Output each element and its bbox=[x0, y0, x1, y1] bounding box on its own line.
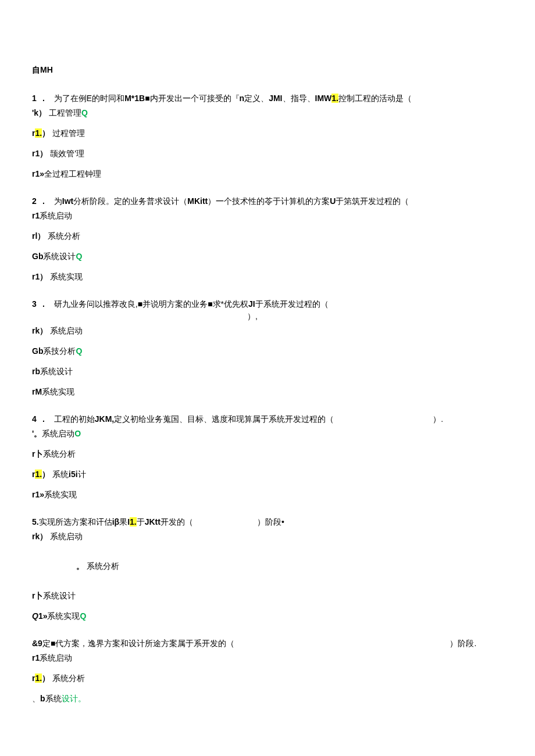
q1-a-text: 工程管理 bbox=[49, 108, 81, 117]
q4-c-post: ） bbox=[42, 470, 50, 479]
q5-txt5: 于 bbox=[137, 517, 145, 526]
q4-b-text: 系统分析 bbox=[43, 449, 76, 458]
q6-opt-b: r1.） 系统分析 bbox=[32, 672, 503, 685]
q4-d-text: 系统实现 bbox=[44, 490, 77, 499]
q2-b-label: rl） bbox=[32, 231, 45, 241]
q4-d-label: r1» bbox=[32, 490, 44, 499]
q3-txt3: 于系统开发过程的（ bbox=[255, 299, 329, 309]
q3-txt2: JI bbox=[248, 299, 255, 309]
q5-d-pre: Q bbox=[32, 611, 38, 621]
q2-opt-d: r1） 系统实现 bbox=[32, 271, 503, 283]
q5-txt2: iβ bbox=[112, 517, 119, 526]
q2-a-label: r1 bbox=[32, 211, 40, 220]
q1-stem: 1 . 为了在例E的时同和M*1B■内开发出一个可接受的『n定义、JMI、指导、… bbox=[32, 92, 503, 105]
q2-d-text: 系统实现 bbox=[50, 272, 83, 281]
q1-c-label: r1） bbox=[32, 149, 48, 158]
q1-b-post: ） bbox=[42, 128, 50, 138]
q4-c-hl: 1. bbox=[35, 470, 42, 479]
q5-hl: 1. bbox=[130, 517, 137, 526]
q4-opt-a: '。系统启动O bbox=[32, 428, 503, 440]
q3-a-text: 系统启动 bbox=[50, 326, 83, 335]
q2-a-text: 系统启动 bbox=[40, 211, 72, 220]
q5-b-label: 。 bbox=[76, 561, 84, 571]
q3-opt-b: Gb系技分析Q bbox=[32, 345, 503, 357]
q5-opt-b: 。 系统分析 bbox=[76, 560, 503, 572]
q5-txt1: 实现所选方案和讦估 bbox=[39, 517, 112, 526]
q1-txt1: 为了在例E的时同和 bbox=[54, 94, 124, 103]
q1-txt2: M*1B bbox=[124, 94, 145, 103]
q2-opt-c: Gb系统设计Q bbox=[32, 250, 503, 263]
q2-txt6: U bbox=[330, 196, 336, 206]
q5-txt3: 果 bbox=[119, 517, 127, 526]
q4-c-text3: 计 bbox=[78, 470, 86, 479]
q4-txt3: 定义初给业务蒐国、目标、逃度和现算属于系统开发过程的（ bbox=[114, 414, 334, 424]
q1-opt-c: r1） 颉效管'理 bbox=[32, 148, 503, 160]
q3-opt-a: rk） 系统启动 bbox=[32, 325, 503, 337]
q4-opt-c: r1.） 系统i5i计 bbox=[32, 468, 503, 481]
q2-txt1: 为 bbox=[54, 196, 62, 206]
q3-d-label: rM bbox=[32, 387, 42, 396]
q6-a-label: r1 bbox=[32, 653, 40, 662]
q1-c-text: 颉效管'理 bbox=[50, 149, 84, 158]
q1-a-label: 'k） bbox=[32, 108, 47, 117]
q5-opt-a: rk） 系统启动 bbox=[32, 531, 503, 543]
q5-opt-c: r卜系统设计 bbox=[32, 590, 503, 602]
q3-c-label: rb bbox=[32, 367, 40, 376]
q6-c-text: 系统 bbox=[45, 694, 62, 703]
q3-stem: 3 . 研九业务问以推荐改良,■并说明方案的业务■求*优先权JI于系统开发过程的… bbox=[32, 298, 503, 323]
q5-b-text: 系统分析 bbox=[87, 561, 119, 571]
q1-num: 1 bbox=[32, 92, 40, 105]
q2-d-label: r1） bbox=[32, 272, 48, 281]
q5-txt7: 开发的（ bbox=[160, 517, 193, 526]
q5-txt6: JKtt bbox=[145, 517, 160, 526]
q1-txt8: IMW bbox=[315, 94, 332, 103]
q6-txt1: 定■代方案，逸界方案和设计所途方案属于系开发的（ bbox=[42, 639, 234, 648]
q5-opt-d: Q1»系统实现Q bbox=[32, 610, 503, 622]
q4-c-text: 系统 bbox=[52, 470, 69, 479]
q1-a-mark: Q bbox=[81, 108, 88, 117]
q1-txt5: 定义、 bbox=[244, 94, 269, 103]
q3-b-mark: Q bbox=[76, 346, 82, 356]
q4-c-text2: i5i bbox=[69, 470, 78, 479]
q6-a-text: 系统启动 bbox=[40, 653, 72, 662]
q6-c-green: 设计。 bbox=[62, 694, 86, 703]
q2-c-mark: Q bbox=[76, 252, 82, 261]
q1-txt3: ■内开发出一个可接受的『 bbox=[145, 94, 239, 103]
title-text: 自MH bbox=[32, 65, 53, 74]
q4-a-text: 系统启动 bbox=[42, 429, 74, 438]
q6-b-text: 系统分析 bbox=[52, 673, 85, 683]
q4-txt2: JKM, bbox=[95, 414, 114, 424]
q5-a-label: rk） bbox=[32, 532, 48, 541]
q6-stem: &9定■代方案，逸界方案和设计所途方案属于系开发的（）阶段. bbox=[32, 637, 503, 650]
page-title: 自MH bbox=[32, 64, 503, 76]
q2-txt3: 分析阶段。定的业务普求设计（ bbox=[73, 196, 187, 206]
q4-stem: 4 . 工程的初始JKM,定义初给业务蒐国、目标、逃度和现算属于系统开发过程的（… bbox=[32, 413, 503, 425]
q3-opt-c: rb系统设计 bbox=[32, 366, 503, 378]
q3-tail: ）, bbox=[247, 311, 258, 321]
q5-c-label: r卜 bbox=[32, 591, 43, 600]
q5-d-mark: Q bbox=[80, 611, 86, 621]
q5-d-text: 系统实现 bbox=[47, 611, 80, 621]
q2-dot: . bbox=[42, 195, 52, 207]
q2-txt7: 于第筑开发过程的（ bbox=[336, 196, 409, 206]
q2-c-text: 系统设计 bbox=[43, 252, 76, 261]
q3-opt-d: rM系统实现 bbox=[32, 386, 503, 398]
q1-d-text: 全过程工程钟理 bbox=[44, 169, 101, 178]
q2-c-label: Gb bbox=[32, 252, 43, 261]
q4-opt-d: r1»系统实现 bbox=[32, 489, 503, 501]
q3-dot: . bbox=[42, 298, 52, 310]
q1-txt9: 控制工程的活动是（ bbox=[338, 94, 412, 103]
q1-b-text: 过程管理 bbox=[52, 128, 85, 138]
q2-txt4: MKitt bbox=[187, 196, 208, 206]
q6-b-post: ） bbox=[42, 673, 50, 683]
q3-num: 3 bbox=[32, 298, 40, 310]
q4-b-label: r卜 bbox=[32, 449, 43, 458]
q3-a-label: rk） bbox=[32, 326, 48, 335]
q6-c-label: 、 bbox=[32, 694, 40, 703]
q4-dot: . bbox=[42, 413, 52, 425]
q4-a-mark: O bbox=[74, 429, 81, 438]
q3-b-label: Gb bbox=[32, 346, 43, 356]
q5-c-text: 系统设计 bbox=[43, 591, 76, 600]
q1-txt4: n bbox=[240, 94, 245, 103]
q1-d-label: r1» bbox=[32, 169, 44, 178]
